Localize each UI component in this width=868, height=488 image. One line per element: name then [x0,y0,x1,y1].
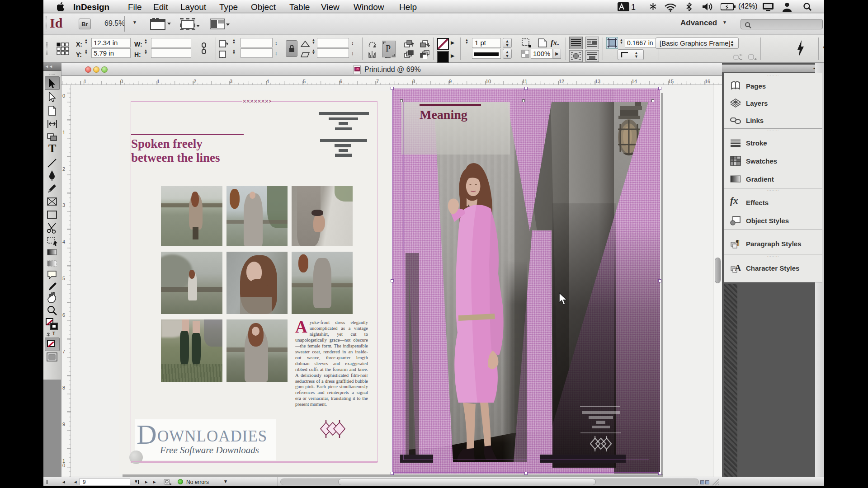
svg-text:T: T [48,142,56,155]
svg-text:¶: ¶ [736,239,740,247]
svg-text:1: 1 [631,3,636,12]
svg-text:A: A [735,263,741,273]
